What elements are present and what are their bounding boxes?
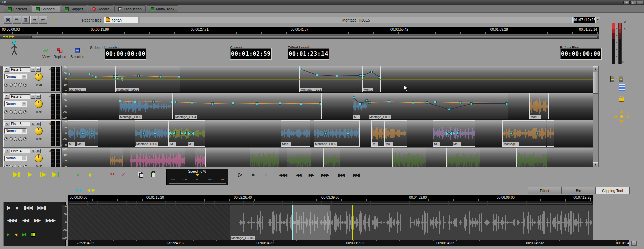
- range-scrollbar[interactable]: ◀◀ ▶▶: [0, 34, 599, 39]
- clip-montage[interactable]: Montage...: [502, 120, 546, 147]
- vertical-scrollbar[interactable]: ▲ ▼: [593, 66, 598, 167]
- tab-bin[interactable]: Bin: [562, 187, 596, 194]
- mode-button-view[interactable]: View: [42, 48, 50, 59]
- ov-back-marker-button[interactable]: ◀: [14, 232, 16, 237]
- track-name-field[interactable]: Piste 1: [10, 67, 30, 72]
- overview-ruler[interactable]: 00:00:00:0000:01:13:2000:02:26:4000:03:3…: [68, 195, 593, 201]
- overview-scrollbar[interactable]: [68, 201, 593, 205]
- mini-knob[interactable]: [4, 110, 8, 114]
- clip-montage-t3c6[interactable]: Montage_T3C6: [135, 120, 169, 147]
- ov-loop-play-button[interactable]: ▶: [7, 232, 9, 237]
- mini-knob[interactable]: [14, 137, 17, 141]
- ov-rewind-button[interactable]: ◀◀: [22, 217, 29, 223]
- close-button[interactable]: ✕: [637, 1, 643, 4]
- mini-knob[interactable]: [14, 83, 17, 87]
- prev-clip-icon[interactable]: [75, 189, 78, 192]
- forward-fast-button[interactable]: ▶▶▶: [321, 173, 329, 177]
- navigation-pad[interactable]: [614, 110, 630, 123]
- clip-clip[interactable]: [446, 148, 480, 167]
- nav-center-icon[interactable]: [620, 115, 624, 118]
- record-arm-button[interactable]: R: [4, 94, 9, 99]
- track-name-field[interactable]: Piste 4: [10, 149, 30, 153]
- record-arm-button[interactable]: R: [4, 122, 9, 126]
- scroll-down-button[interactable]: ▼: [593, 162, 598, 167]
- ov-rewind-fast-button[interactable]: ◀◀◀: [7, 217, 17, 223]
- solo-button[interactable]: s: [31, 122, 35, 126]
- clip-mo[interactable]: Mo...: [76, 120, 98, 147]
- track-mode-select[interactable]: Normal▼: [4, 156, 27, 161]
- paste-button[interactable]: [151, 172, 155, 177]
- clip-mon[interactable]: Mon...: [281, 120, 310, 147]
- play-from-start-button[interactable]: [13, 172, 20, 177]
- rewind-button[interactable]: ◀◀: [296, 173, 301, 177]
- nudge-left-icon[interactable]: [77, 173, 79, 177]
- new-document-button[interactable]: ▥: [22, 16, 30, 24]
- play-button-yellow[interactable]: [28, 172, 32, 177]
- mini-knob[interactable]: [4, 137, 8, 141]
- mode-button-replace[interactable]: Replace: [54, 48, 66, 59]
- pan-knob[interactable]: [35, 154, 43, 162]
- ov-forward-button[interactable]: ▶▶: [34, 217, 40, 223]
- go-to-start-button[interactable]: ▮◀◀: [338, 173, 344, 177]
- clip-clip[interactable]: [516, 148, 547, 167]
- overview-clip[interactable]: Montage_T3C15: [230, 205, 593, 240]
- split-scissors-button[interactable]: ✂: [121, 170, 127, 178]
- clip-clip[interactable]: [110, 148, 123, 167]
- master-fader-left[interactable]: [610, 76, 614, 82]
- speed-control[interactable]: Speed : 0 % -200-1000100200: [166, 169, 228, 185]
- nav-right-icon[interactable]: [627, 115, 630, 119]
- clip-clip[interactable]: [130, 148, 185, 167]
- mute-button[interactable]: m: [36, 149, 41, 153]
- mute-button[interactable]: m: [36, 94, 41, 99]
- scroll-up-button[interactable]: ▲: [593, 66, 598, 71]
- clip-m[interactable]: M...: [169, 120, 187, 147]
- clip-clip[interactable]: [195, 148, 206, 167]
- open-button[interactable]: ▤: [13, 16, 21, 24]
- track-mode-select[interactable]: Normal▼: [4, 101, 27, 107]
- export-button[interactable]: ⇥: [30, 16, 38, 24]
- nav-down-icon[interactable]: [620, 120, 624, 123]
- track-lane[interactable]: M...Mo...Montage_T3C6M...M...Mon...Monta…: [67, 120, 593, 147]
- clip-mo[interactable]: Mo...: [384, 120, 407, 147]
- ov-go-start-button[interactable]: ▮◀◀: [24, 205, 32, 211]
- speed-groove[interactable]: [169, 183, 226, 184]
- copy-button[interactable]: [138, 172, 142, 177]
- mini-knob[interactable]: [18, 165, 22, 168]
- ov-play-button[interactable]: ▶: [7, 205, 10, 211]
- tab-record[interactable]: Record: [88, 5, 113, 12]
- ov-go-end-button[interactable]: ▶▶▮: [37, 205, 46, 211]
- minimize-button[interactable]: ─: [623, 1, 630, 4]
- clip-montage-t1c1[interactable]: Montage_T1C1: [116, 66, 180, 92]
- clip-m[interactable]: M...: [353, 93, 368, 119]
- master-fader-right[interactable]: [619, 76, 623, 82]
- clip-montage-t1c5[interactable]: Montage_T1C5: [119, 93, 173, 119]
- track-lane[interactable]: [67, 148, 593, 167]
- rewind-fast-button[interactable]: ◀◀◀: [279, 173, 287, 177]
- pan-knob[interactable]: [35, 127, 43, 135]
- clip-m[interactable]: M...: [433, 120, 452, 147]
- pan-knob[interactable]: [35, 73, 43, 81]
- mini-knob[interactable]: [9, 110, 13, 114]
- clip-clip[interactable]: [250, 148, 279, 167]
- maximize-button[interactable]: ▢: [630, 1, 636, 4]
- clip-clip[interactable]: [287, 148, 311, 167]
- tab-snippet[interactable]: Snippet+: [32, 5, 60, 12]
- stop-button[interactable]: ■: [252, 172, 254, 177]
- prev-marker-icon[interactable]: [87, 189, 90, 192]
- clip-montage-t2c4[interactable]: Montage_T2C4: [174, 93, 322, 119]
- range-arrows-icon[interactable]: ◀◀ ▶▶: [3, 35, 15, 38]
- solo-button[interactable]: s: [31, 67, 35, 72]
- lock-icon[interactable]: [619, 98, 624, 102]
- overview-waveform-area[interactable]: Montage_T3C15: [68, 205, 593, 240]
- pan-knob[interactable]: [35, 100, 43, 108]
- go-to-end-button[interactable]: ▶▶▮: [353, 173, 359, 177]
- mini-knob[interactable]: [23, 165, 27, 168]
- clip-clip[interactable]: [323, 148, 340, 167]
- solo-button[interactable]: s: [31, 149, 35, 153]
- mute-button[interactable]: m: [36, 122, 41, 126]
- clip-montage-t1c5[interactable]: Montage_T1C5: [314, 120, 360, 147]
- tab-production[interactable]: Production: [114, 5, 146, 12]
- scrollbar-thumb[interactable]: [593, 72, 598, 94]
- mini-knob[interactable]: [9, 137, 13, 141]
- ov-play-clip-button[interactable]: ▶▮: [22, 232, 26, 237]
